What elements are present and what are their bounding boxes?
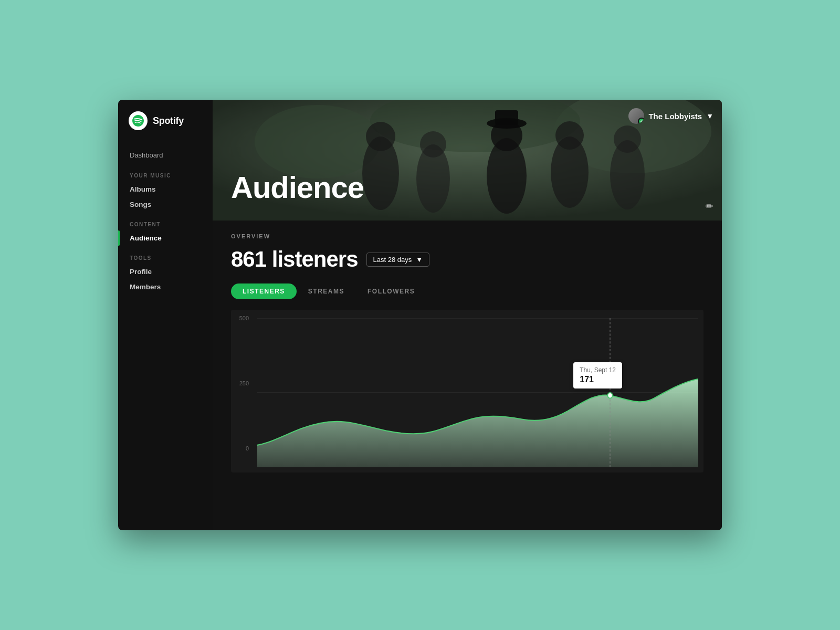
tab-listeners[interactable]: LISTENERS [231,284,297,299]
listeners-chart[interactable] [257,318,698,467]
sidebar: Spotify Dashboard YOUR MUSIC Albums Song… [118,100,213,530]
metric-tabs: LISTENERS STREAMS FOLLOWERS [231,284,704,299]
band-selector-area: The Lobbyists ▼ [628,108,713,124]
sidebar-item-profile[interactable]: Profile [118,264,213,279]
tab-followers[interactable]: FOLLOWERS [356,284,426,299]
edit-icon[interactable]: ✏ [706,201,713,212]
verified-badge [638,118,644,124]
hero-title: Audience [231,170,364,205]
sidebar-item-dashboard[interactable]: Dashboard [118,147,213,163]
overview-label: OVERVIEW [231,233,704,239]
sidebar-section-your-music: YOUR MUSIC [118,163,213,182]
band-avatar [628,108,644,124]
chart-container: 500 250 0 [231,310,704,472]
tab-streams[interactable]: STREAMS [297,284,356,299]
svg-point-20 [607,393,612,398]
band-name-label: The Lobbyists [648,112,702,121]
chevron-down-icon: ▼ [706,112,713,120]
listeners-count: 861 listeners [231,247,358,272]
y-axis-labels: 500 250 0 [231,310,252,457]
sidebar-item-songs[interactable]: Songs [118,197,213,212]
sidebar-section-tools: TOOLS [118,246,213,264]
spotify-wordmark: Spotify [153,116,184,127]
sidebar-item-members[interactable]: Members [118,279,213,295]
spotify-logo-icon [129,111,148,130]
logo-area[interactable]: Spotify [118,100,213,142]
y-label-0: 0 [231,445,252,452]
listeners-row: 861 listeners Last 28 days ▼ [231,247,704,272]
sidebar-item-albums[interactable]: Albums [118,182,213,197]
sidebar-navigation: Dashboard YOUR MUSIC Albums Songs CONTEN… [118,142,213,530]
main-content: The Lobbyists ▼ Audience ✏ OVERVIEW 861 … [213,100,722,530]
sidebar-section-content: CONTENT [118,212,213,230]
y-label-250: 250 [231,380,252,386]
hero-section: The Lobbyists ▼ Audience ✏ [213,100,722,220]
date-filter-dropdown[interactable]: Last 28 days ▼ [366,253,430,267]
band-selector[interactable]: The Lobbyists ▼ [628,108,713,124]
dropdown-chevron-icon: ▼ [416,256,423,264]
app-window: Spotify Dashboard YOUR MUSIC Albums Song… [118,100,722,530]
sidebar-item-audience[interactable]: Audience [118,230,213,246]
y-label-500: 500 [231,315,252,321]
date-filter-label: Last 28 days [373,256,412,264]
content-body: OVERVIEW 861 listeners Last 28 days ▼ LI… [213,220,722,530]
